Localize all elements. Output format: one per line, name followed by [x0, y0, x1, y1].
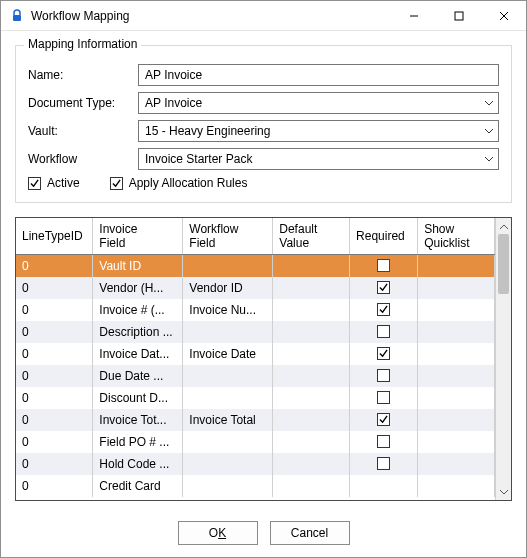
workflow-select[interactable]: Invoice Starter Pack: [138, 148, 499, 170]
table-row[interactable]: 0Vendor (H...Vendor ID: [16, 277, 495, 299]
cell-invoiceField[interactable]: Description ...: [93, 321, 183, 343]
cell-lineTypeId[interactable]: 0: [16, 475, 93, 497]
required-checkbox[interactable]: [377, 435, 390, 448]
required-checkbox[interactable]: [377, 413, 390, 426]
cell-lineTypeId[interactable]: 0: [16, 277, 93, 299]
cell-workflowField[interactable]: [183, 387, 273, 409]
cell-lineTypeId[interactable]: 0: [16, 409, 93, 431]
cell-required[interactable]: [350, 277, 418, 299]
cell-showQuicklist[interactable]: [418, 255, 495, 277]
cell-workflowField[interactable]: [183, 321, 273, 343]
cell-showQuicklist[interactable]: [418, 431, 495, 453]
cell-lineTypeId[interactable]: 0: [16, 431, 93, 453]
cell-workflowField[interactable]: [183, 453, 273, 475]
vault-select[interactable]: 15 - Heavy Engineering: [138, 120, 499, 142]
table-row[interactable]: 0Field PO # ...: [16, 431, 495, 453]
vertical-scrollbar[interactable]: [495, 218, 511, 500]
table-row[interactable]: 0Invoice # (...Invoice Nu...: [16, 299, 495, 321]
cell-lineTypeId[interactable]: 0: [16, 255, 93, 277]
cell-defaultValue[interactable]: [273, 365, 350, 387]
required-checkbox[interactable]: [377, 303, 390, 316]
cell-required[interactable]: [350, 409, 418, 431]
cell-defaultValue[interactable]: [273, 277, 350, 299]
cell-required[interactable]: [350, 453, 418, 475]
required-checkbox[interactable]: [377, 457, 390, 470]
name-input[interactable]: [138, 64, 499, 86]
column-header-lineTypeId[interactable]: LineTypeID: [16, 218, 93, 255]
column-header-workflowField[interactable]: WorkflowField: [183, 218, 273, 255]
required-checkbox[interactable]: [377, 259, 390, 272]
cell-lineTypeId[interactable]: 0: [16, 387, 93, 409]
cell-workflowField[interactable]: [183, 475, 273, 497]
cell-showQuicklist[interactable]: [418, 365, 495, 387]
cell-workflowField[interactable]: Invoice Total: [183, 409, 273, 431]
cell-invoiceField[interactable]: Hold Code ...: [93, 453, 183, 475]
column-header-defaultValue[interactable]: DefaultValue: [273, 218, 350, 255]
cell-showQuicklist[interactable]: [418, 387, 495, 409]
cell-defaultValue[interactable]: [273, 475, 350, 497]
cell-showQuicklist[interactable]: [418, 321, 495, 343]
cell-invoiceField[interactable]: Credit Card: [93, 475, 183, 497]
required-checkbox[interactable]: [377, 281, 390, 294]
cell-invoiceField[interactable]: Invoice Dat...: [93, 343, 183, 365]
cell-defaultValue[interactable]: [273, 409, 350, 431]
table-row[interactable]: 0Hold Code ...: [16, 453, 495, 475]
cell-defaultValue[interactable]: [273, 321, 350, 343]
table-row[interactable]: 0Description ...: [16, 321, 495, 343]
cell-invoiceField[interactable]: Vault ID: [93, 255, 183, 277]
close-button[interactable]: [481, 1, 526, 30]
column-header-required[interactable]: Required: [350, 218, 418, 255]
required-checkbox[interactable]: [377, 391, 390, 404]
cancel-button[interactable]: Cancel: [270, 521, 350, 545]
cell-required[interactable]: [350, 299, 418, 321]
cell-defaultValue[interactable]: [273, 299, 350, 321]
cell-defaultValue[interactable]: [273, 387, 350, 409]
column-header-showQuicklist[interactable]: ShowQuicklist: [418, 218, 495, 255]
cell-lineTypeId[interactable]: 0: [16, 365, 93, 387]
cell-workflowField[interactable]: [183, 365, 273, 387]
cell-required[interactable]: [350, 475, 418, 497]
cell-invoiceField[interactable]: Invoice Tot...: [93, 409, 183, 431]
cell-defaultValue[interactable]: [273, 431, 350, 453]
scrollbar-thumb[interactable]: [498, 234, 509, 294]
cell-workflowField[interactable]: Invoice Nu...: [183, 299, 273, 321]
cell-workflowField[interactable]: [183, 255, 273, 277]
cell-lineTypeId[interactable]: 0: [16, 453, 93, 475]
cell-required[interactable]: [350, 365, 418, 387]
cell-lineTypeId[interactable]: 0: [16, 321, 93, 343]
required-checkbox[interactable]: [377, 369, 390, 382]
required-checkbox[interactable]: [377, 325, 390, 338]
table-row[interactable]: 0Invoice Tot...Invoice Total: [16, 409, 495, 431]
cell-required[interactable]: [350, 431, 418, 453]
cell-defaultValue[interactable]: [273, 255, 350, 277]
scroll-down-icon[interactable]: [496, 484, 511, 500]
cell-defaultValue[interactable]: [273, 453, 350, 475]
cell-showQuicklist[interactable]: [418, 299, 495, 321]
cell-showQuicklist[interactable]: [418, 409, 495, 431]
cell-showQuicklist[interactable]: [418, 343, 495, 365]
cell-invoiceField[interactable]: Field PO # ...: [93, 431, 183, 453]
active-checkbox[interactable]: [28, 177, 41, 190]
cell-invoiceField[interactable]: Discount D...: [93, 387, 183, 409]
table-row[interactable]: 0Credit Card: [16, 475, 495, 497]
cell-required[interactable]: [350, 255, 418, 277]
cell-invoiceField[interactable]: Vendor (H...: [93, 277, 183, 299]
cell-required[interactable]: [350, 387, 418, 409]
scroll-up-icon[interactable]: [496, 218, 511, 234]
cell-lineTypeId[interactable]: 0: [16, 343, 93, 365]
cell-invoiceField[interactable]: Due Date ...: [93, 365, 183, 387]
cell-defaultValue[interactable]: [273, 343, 350, 365]
minimize-button[interactable]: [391, 1, 436, 30]
column-header-invoiceField[interactable]: InvoiceField: [93, 218, 183, 255]
table-row[interactable]: 0Due Date ...: [16, 365, 495, 387]
cell-required[interactable]: [350, 343, 418, 365]
doc-type-select[interactable]: AP Invoice: [138, 92, 499, 114]
cell-required[interactable]: [350, 321, 418, 343]
maximize-button[interactable]: [436, 1, 481, 30]
apply-allocation-checkbox[interactable]: [110, 177, 123, 190]
cell-workflowField[interactable]: Invoice Date: [183, 343, 273, 365]
table-row[interactable]: 0Invoice Dat...Invoice Date: [16, 343, 495, 365]
cell-showQuicklist[interactable]: [418, 277, 495, 299]
table-row[interactable]: 0Vault ID: [16, 255, 495, 277]
cell-workflowField[interactable]: Vendor ID: [183, 277, 273, 299]
